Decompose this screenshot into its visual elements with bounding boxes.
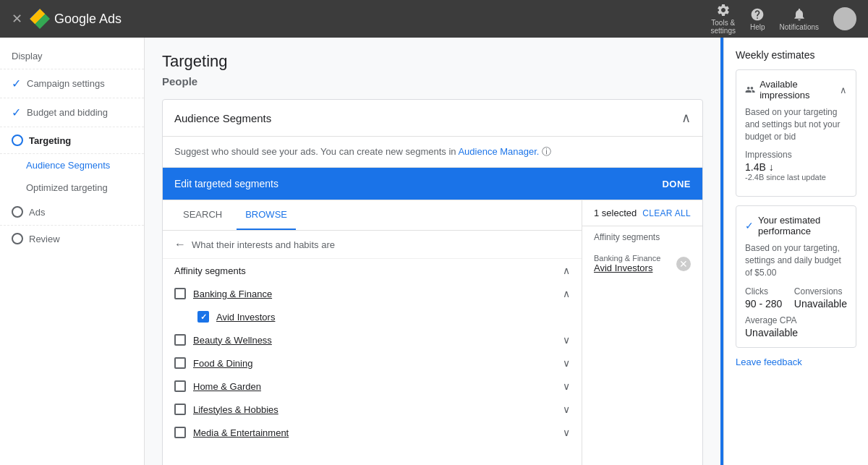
checkbox-home-garden[interactable] <box>174 380 186 392</box>
back-arrow-icon[interactable]: ← <box>174 238 186 251</box>
check-item-lifestyles-hobbies[interactable]: Lifestyles & Hobbies ∨ <box>163 398 582 421</box>
clicks-col: Clicks 90 - 280 <box>745 286 783 310</box>
sidebar-item-optimized-targeting[interactable]: Optimized targeting <box>0 176 144 199</box>
notifications-button[interactable]: Notifications <box>780 7 819 31</box>
checkbox-banking-finance[interactable] <box>174 288 186 299</box>
optimized-targeting-sub-label: Optimized targeting <box>26 182 108 193</box>
check-item-beauty-wellness[interactable]: Beauty & Wellness ∨ <box>163 328 582 351</box>
collapse-audience-panel-button[interactable]: ∧ <box>681 110 691 126</box>
notifications-label: Notifications <box>780 23 819 31</box>
estimated-performance-title-text: Your estimated performance <box>758 215 847 236</box>
impressions-metric-value: 1.4B ↓ <box>745 161 847 173</box>
avg-cpa-section: Average CPA Unavailable <box>745 315 847 338</box>
estimated-performance-header: ✓ Your estimated performance <box>745 215 847 236</box>
clicks-value: 90 - 280 <box>745 298 783 310</box>
tag-category: Banking & Finance <box>594 254 671 263</box>
page-subtitle: People <box>162 75 703 88</box>
right-col: 1 selected CLEAR ALL Affinity segments B… <box>582 200 702 465</box>
back-label: What their interests and habits are <box>192 239 335 250</box>
checkbox-beauty-wellness[interactable] <box>174 334 186 346</box>
sidebar-item-campaign-settings[interactable]: ✓ Campaign settings <box>0 69 144 98</box>
check-item-media-entertainment[interactable]: Media & Entertainment ∨ <box>163 421 582 444</box>
circle-icon-review <box>12 233 23 244</box>
check-item-home-garden[interactable]: Home & Garden ∨ <box>163 375 582 398</box>
avid-investors-label: Avid Investors <box>216 312 570 323</box>
tab-browse[interactable]: BROWSE <box>237 200 296 230</box>
hint-info-icon: ⓘ <box>542 146 551 157</box>
remove-tag-button[interactable]: ✕ <box>676 257 691 271</box>
sidebar-ads-label: Ads <box>29 207 45 218</box>
collapse-banking-icon[interactable]: ∧ <box>563 288 570 299</box>
leave-feedback-link[interactable]: Leave feedback <box>736 357 856 367</box>
affinity-segments-header: Affinity segments ∧ <box>163 259 582 282</box>
right-section-label: Affinity segments <box>582 226 702 248</box>
back-row: ← What their interests and habits are <box>163 231 582 259</box>
tools-label: Tools & settings <box>710 19 735 35</box>
checkbox-media-entertainment[interactable] <box>174 427 186 438</box>
checkbox-lifestyles-hobbies[interactable] <box>174 404 186 415</box>
sidebar-item-display: Display <box>0 43 144 69</box>
tag-info: Banking & Finance Avid Investors <box>594 254 671 273</box>
checkbox-avid-investors[interactable] <box>197 311 209 323</box>
expand-beauty-icon[interactable]: ∨ <box>563 334 570 346</box>
audience-panel-header: Audience Segments ∧ <box>163 100 702 137</box>
app-body: Display ✓ Campaign settings ✓ Budget and… <box>0 38 868 465</box>
check-item-banking-finance[interactable]: Banking & Finance ∧ <box>163 282 582 305</box>
sidebar-item-budget-bidding[interactable]: ✓ Budget and bidding <box>0 98 144 127</box>
clear-all-button[interactable]: CLEAR ALL <box>642 208 691 218</box>
clicks-conversions-row: Clicks 90 - 280 Conversions Unavailable <box>745 286 847 310</box>
avatar[interactable] <box>833 7 856 30</box>
sidebar-item-audience-segments[interactable]: Audience Segments <box>0 154 144 176</box>
checkbox-food-dining[interactable] <box>174 357 186 369</box>
expand-media-icon[interactable]: ∨ <box>563 427 570 438</box>
logo-text: Google Ads <box>54 12 122 27</box>
audience-manager-link[interactable]: Audience Manager. <box>458 146 539 157</box>
available-impressions-title: Available impressions <box>745 79 840 101</box>
main-content: Targeting People Audience Segments ∧ Sug… <box>145 38 720 465</box>
edit-bar-title: Edit targeted segments <box>174 178 278 189</box>
estimated-performance-title: ✓ Your estimated performance <box>745 215 847 236</box>
conversions-col: Conversions Unavailable <box>794 286 847 310</box>
audience-panel-title: Audience Segments <box>174 112 271 124</box>
selected-tag-avid-investors: Banking & Finance Avid Investors ✕ <box>582 248 702 279</box>
available-impressions-header: Available impressions ∧ <box>745 79 847 101</box>
circle-icon-ads <box>12 206 23 218</box>
edit-targeted-segments-bar: Edit targeted segments DONE <box>163 168 702 200</box>
collapse-impressions-icon[interactable]: ∧ <box>840 85 847 95</box>
sidebar-item-ads[interactable]: Ads <box>0 199 144 226</box>
weekly-estimates-panel: Weekly estimates Available impressions ∧… <box>723 38 868 465</box>
avg-cpa-value: Unavailable <box>745 327 847 338</box>
done-button[interactable]: DONE <box>662 179 691 189</box>
expand-home-icon[interactable]: ∨ <box>563 380 570 392</box>
check-item-avid-investors[interactable]: Avid Investors <box>163 305 582 328</box>
audience-segments-sub-label: Audience Segments <box>26 160 110 171</box>
available-impressions-desc: Based on your targeting and settings but… <box>745 106 847 142</box>
help-button[interactable]: Help <box>750 7 765 31</box>
sidebar-targeting-label: Targeting <box>29 135 71 146</box>
tag-name: Avid Investors <box>594 263 671 273</box>
expand-lifestyles-icon[interactable]: ∨ <box>563 404 570 415</box>
check-item-food-dining[interactable]: Food & Dining ∨ <box>163 351 582 375</box>
top-nav: ✕ Google Ads Tools & settings Help Notif… <box>0 0 868 38</box>
two-col-area: SEARCH BROWSE ← What their interests and… <box>163 200 702 465</box>
sidebar-item-targeting[interactable]: Targeting <box>0 127 144 154</box>
left-scroll: Banking & Finance ∧ Avid Investors Beaut… <box>163 282 582 465</box>
check-icon-budget: ✓ <box>12 106 21 119</box>
close-icon[interactable]: ✕ <box>12 11 22 27</box>
right-side: Weekly estimates Available impressions ∧… <box>720 38 868 465</box>
sidebar-budget-label: Budget and bidding <box>27 107 108 118</box>
check-perf-icon: ✓ <box>745 220 754 231</box>
sidebar: Display ✓ Campaign settings ✓ Budget and… <box>0 38 145 465</box>
logo-diamond-icon <box>30 9 50 29</box>
lifestyles-hobbies-label: Lifestyles & Hobbies <box>193 404 556 415</box>
expand-food-icon[interactable]: ∨ <box>563 357 570 369</box>
tabs: SEARCH BROWSE <box>163 200 582 231</box>
clicks-label: Clicks <box>745 286 783 297</box>
collapse-affinity-icon[interactable]: ∧ <box>563 265 570 276</box>
tab-search[interactable]: SEARCH <box>174 200 231 230</box>
beauty-wellness-label: Beauty & Wellness <box>193 335 556 346</box>
tools-settings-button[interactable]: Tools & settings <box>710 3 735 35</box>
estimated-performance-desc: Based on your targeting, settings and da… <box>745 242 847 278</box>
sidebar-item-review[interactable]: Review <box>0 226 144 252</box>
audience-hint-text: Suggest who should see your ads. You can… <box>174 146 458 157</box>
